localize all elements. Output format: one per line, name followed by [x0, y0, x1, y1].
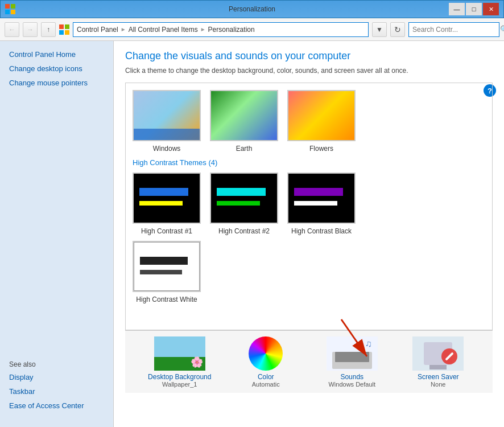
- bottom-thumb-screen-saver: [412, 336, 464, 371]
- theme-label-windows: Windows: [153, 145, 181, 153]
- theme-item-windows[interactable]: Windows: [133, 90, 201, 153]
- theme-label-hc2: High Contrast #2: [218, 227, 270, 235]
- bottom-item-sounds[interactable]: ♫ ♪ Sounds Windows Default: [309, 333, 395, 391]
- high-contrast-section-label: High Contrast Themes (4): [133, 158, 485, 167]
- svg-rect-7: [65, 30, 69, 35]
- sidebar: Control Panel Home Change desktop icons …: [0, 41, 114, 427]
- bottom-bar: Desktop Background Wallpaper_1 Color Aut…: [125, 330, 493, 393]
- forward-button[interactable]: →: [23, 22, 38, 37]
- bottom-thumb-color: [240, 336, 291, 371]
- svg-rect-3: [11, 10, 15, 14]
- refresh-button[interactable]: ↻: [390, 22, 405, 37]
- close-button[interactable]: ✕: [483, 3, 499, 15]
- search-input[interactable]: [412, 26, 498, 34]
- high-contrast-row-1: High Contrast #1 High Contrast #2 High C…: [133, 173, 485, 235]
- up-button[interactable]: ↑: [41, 22, 56, 37]
- theme-thumb-flowers: [287, 90, 356, 141]
- path-control-panel[interactable]: Control Panel: [77, 26, 118, 34]
- sidebar-item-taskbar[interactable]: Taskbar: [9, 387, 105, 396]
- theme-thumb-hc1: [133, 173, 201, 224]
- path-all-items[interactable]: All Control Panel Items: [129, 26, 198, 34]
- path-sep-1: ►: [121, 26, 126, 32]
- bottom-sublabel-desktop-bg: Wallpaper_1: [162, 381, 197, 388]
- title-bar: Personalization — □ ✕: [0, 0, 504, 18]
- address-path: Control Panel ► All Control Panel Items …: [73, 22, 369, 37]
- svg-rect-1: [11, 4, 15, 9]
- sidebar-item-change-desktop-icons[interactable]: Change desktop icons: [9, 64, 104, 73]
- theme-item-flowers[interactable]: Flowers: [287, 90, 356, 153]
- svg-rect-2: [5, 10, 10, 14]
- bottom-label-screen-saver[interactable]: Screen Saver: [418, 373, 459, 381]
- search-icon[interactable]: 🔍: [500, 25, 504, 34]
- sidebar-item-change-mouse-pointers[interactable]: Change mouse pointers: [9, 79, 104, 87]
- path-sep-2: ►: [200, 26, 206, 32]
- bottom-item-screen-saver[interactable]: Screen Saver None: [395, 333, 482, 391]
- bottom-sublabel-sounds: Windows Default: [328, 381, 375, 388]
- bottom-label-color[interactable]: Color: [258, 373, 274, 381]
- theme-thumb-earth: [210, 90, 278, 141]
- themes-container[interactable]: Windows Earth Flowers High: [125, 83, 493, 330]
- back-button[interactable]: ←: [5, 22, 19, 37]
- search-box: 🔍: [408, 22, 499, 37]
- sidebar-item-ease-of-access[interactable]: Ease of Access Center: [9, 401, 105, 410]
- svg-rect-4: [59, 24, 64, 29]
- dropdown-button[interactable]: ▼: [372, 22, 387, 37]
- high-contrast-row-2: High Contrast White: [133, 241, 485, 303]
- bottom-thumb-desktop-bg: [154, 336, 205, 371]
- content-area: ? Change the visuals and sounds on your …: [114, 41, 504, 427]
- main-layout: Control Panel Home Change desktop icons …: [0, 41, 504, 427]
- theme-item-hcblack[interactable]: High Contrast Black: [287, 173, 356, 235]
- theme-label-hc1: High Contrast #1: [141, 227, 192, 235]
- bottom-label-sounds[interactable]: Sounds: [340, 373, 363, 381]
- sidebar-item-display[interactable]: Display: [9, 373, 105, 381]
- app-icon: [5, 4, 15, 14]
- bottom-sublabel-color: Automatic: [252, 381, 280, 388]
- theme-thumb-hcblack: [287, 173, 356, 224]
- svg-rect-0: [5, 4, 10, 9]
- theme-thumb-windows: [133, 90, 201, 141]
- theme-label-earth: Earth: [236, 145, 253, 153]
- theme-label-hcwhite: High Contrast White: [136, 295, 197, 303]
- bottom-thumb-sounds: ♫ ♪: [327, 336, 378, 371]
- see-also-title: See also: [9, 360, 105, 368]
- bottom-item-desktop-bg[interactable]: Desktop Background Wallpaper_1: [137, 333, 223, 391]
- svg-rect-5: [65, 24, 69, 29]
- bottom-sublabel-screen-saver: None: [431, 381, 445, 388]
- page-description: Click a theme to change the desktop back…: [125, 67, 493, 75]
- path-personalization[interactable]: Personalization: [208, 26, 255, 34]
- svg-rect-6: [59, 30, 64, 35]
- theme-label-hcblack: High Contrast Black: [291, 227, 352, 235]
- see-also-section: See also Display Taskbar Ease of Access …: [9, 349, 105, 416]
- theme-item-earth[interactable]: Earth: [210, 90, 278, 153]
- my-themes-row: Windows Earth Flowers: [133, 90, 485, 153]
- theme-thumb-hc2: [210, 173, 278, 224]
- maximize-button[interactable]: □: [466, 3, 482, 15]
- theme-thumb-hcwhite: [133, 241, 201, 292]
- theme-label-flowers: Flowers: [309, 145, 333, 153]
- location-icon: [59, 24, 69, 35]
- window-title: Personalization: [229, 5, 275, 13]
- minimize-button[interactable]: —: [449, 3, 465, 15]
- theme-item-hc2[interactable]: High Contrast #2: [210, 173, 278, 235]
- bottom-item-color[interactable]: Color Automatic: [223, 333, 309, 391]
- sidebar-item-control-panel-home[interactable]: Control Panel Home: [9, 50, 104, 59]
- theme-item-hc1[interactable]: High Contrast #1: [133, 173, 201, 235]
- bottom-label-desktop-bg[interactable]: Desktop Background: [148, 373, 211, 381]
- page-title: Change the visuals and sounds on your co…: [125, 50, 493, 62]
- theme-item-hcwhite[interactable]: High Contrast White: [133, 241, 201, 303]
- address-bar: ← → ↑ Control Panel ► All Control Panel …: [0, 18, 504, 41]
- window-controls: — □ ✕: [449, 3, 499, 15]
